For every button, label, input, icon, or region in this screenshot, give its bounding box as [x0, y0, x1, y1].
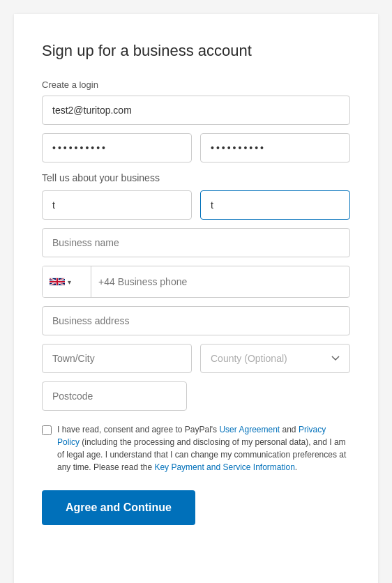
- name-row: [42, 190, 350, 220]
- town-county-row: County (Optional) Bedfordshire Berkshire…: [42, 344, 350, 373]
- password-row: [42, 133, 350, 162]
- terms-section: I have read, consent and agree to PayPal…: [42, 423, 350, 474]
- confirm-password-field[interactable]: [200, 133, 350, 162]
- county-select[interactable]: County (Optional) Bedfordshire Berkshire…: [200, 344, 350, 373]
- first-name-field[interactable]: [42, 190, 192, 220]
- business-address-field[interactable]: [42, 306, 350, 335]
- postcode-field[interactable]: [42, 381, 187, 411]
- uk-flag-icon: [50, 277, 65, 287]
- terms-checkbox[interactable]: [42, 425, 52, 435]
- password-field[interactable]: [42, 133, 192, 162]
- terms-row: I have read, consent and agree to PayPal…: [42, 423, 350, 474]
- business-section: Tell us about your business: [42, 172, 350, 525]
- town-field[interactable]: [42, 344, 192, 373]
- email-field[interactable]: [42, 96, 350, 125]
- phone-field[interactable]: [91, 268, 349, 296]
- phone-row: ▾: [42, 266, 350, 298]
- agree-continue-button[interactable]: Agree and Continue: [42, 490, 195, 525]
- privacy-policy-link[interactable]: Privacy Policy: [57, 425, 326, 447]
- terms-text: I have read, consent and agree to PayPal…: [57, 423, 350, 474]
- phone-country-selector[interactable]: ▾: [43, 266, 91, 297]
- business-name-field[interactable]: [42, 228, 350, 257]
- phone-country-chevron: ▾: [68, 278, 71, 286]
- page-title: Sign up for a business account: [42, 42, 350, 60]
- login-section: Create a login: [42, 80, 350, 162]
- user-agreement-link[interactable]: User Agreement: [219, 425, 280, 434]
- business-section-label: Tell us about your business: [42, 172, 350, 183]
- login-section-label: Create a login: [42, 80, 350, 90]
- key-payment-link[interactable]: Key Payment and Service Information: [154, 462, 294, 472]
- last-name-field[interactable]: [200, 190, 350, 220]
- signup-card: Sign up for a business account Create a …: [14, 14, 378, 583]
